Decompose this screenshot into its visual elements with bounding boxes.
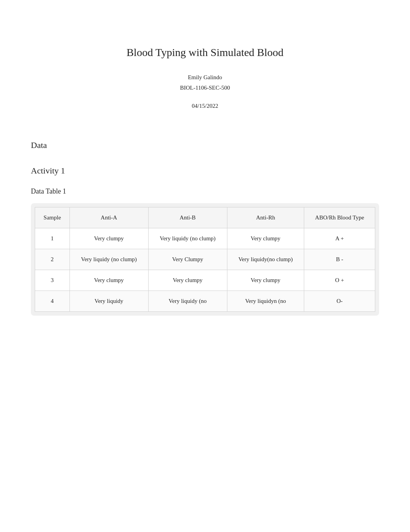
table-cell: A + bbox=[304, 228, 375, 249]
table-cell: Very liquidy (no clump) bbox=[148, 228, 227, 249]
table-cell: Very Clumpy bbox=[148, 249, 227, 270]
table-row: 2Very liquidy (no clump)Very ClumpyVery … bbox=[35, 249, 375, 270]
table-header: Sample Anti-A Anti-B Anti-Rh ABO/Rh Bloo… bbox=[35, 207, 375, 228]
data-table: Sample Anti-A Anti-B Anti-Rh ABO/Rh Bloo… bbox=[35, 207, 375, 312]
table-cell: Very clumpy bbox=[69, 270, 148, 291]
data-table-wrapper: Sample Anti-A Anti-B Anti-Rh ABO/Rh Bloo… bbox=[31, 203, 379, 316]
table-cell: O + bbox=[304, 270, 375, 291]
course-code: BIOL-1106-SEC-500 bbox=[31, 85, 379, 91]
header-row: Sample Anti-A Anti-B Anti-Rh ABO/Rh Bloo… bbox=[35, 207, 375, 228]
table-cell: Very clumpy bbox=[227, 228, 304, 249]
table-cell: 4 bbox=[35, 291, 70, 312]
activity-label: Activity 1 bbox=[31, 166, 379, 176]
table-row: 1Very clumpyVery liquidy (no clump)Very … bbox=[35, 228, 375, 249]
data-section-label: Data bbox=[31, 140, 379, 150]
table-label: Data Table 1 bbox=[31, 187, 379, 195]
table-row: 4Very liquidyVery liquidy (noVery liquid… bbox=[35, 291, 375, 312]
date: 04/15/2022 bbox=[31, 103, 379, 109]
table-cell: Very clumpy bbox=[148, 270, 227, 291]
table-row: 3Very clumpyVery clumpyVery clumpyO + bbox=[35, 270, 375, 291]
table-cell: B - bbox=[304, 249, 375, 270]
table-cell: 3 bbox=[35, 270, 70, 291]
table-cell: Very clumpy bbox=[69, 228, 148, 249]
col-sample: Sample bbox=[35, 207, 70, 228]
table-cell: O- bbox=[304, 291, 375, 312]
author-name: Emily Galindo bbox=[31, 74, 379, 81]
page-title: Blood Typing with Simulated Blood bbox=[31, 46, 379, 59]
table-cell: Very liquidy (no bbox=[148, 291, 227, 312]
col-anti-rh: Anti-Rh bbox=[227, 207, 304, 228]
col-anti-a: Anti-A bbox=[69, 207, 148, 228]
col-anti-b: Anti-B bbox=[148, 207, 227, 228]
col-blood-type: ABO/Rh Blood Type bbox=[304, 207, 375, 228]
table-cell: Very liquidyn (no bbox=[227, 291, 304, 312]
header-section: Blood Typing with Simulated Blood Emily … bbox=[31, 46, 379, 109]
table-cell: Very liquidy (no clump) bbox=[69, 249, 148, 270]
table-cell: Very liquidy(no clump) bbox=[227, 249, 304, 270]
table-cell: Very liquidy bbox=[69, 291, 148, 312]
table-cell: Very clumpy bbox=[227, 270, 304, 291]
table-cell: 1 bbox=[35, 228, 70, 249]
table-cell: 2 bbox=[35, 249, 70, 270]
table-body: 1Very clumpyVery liquidy (no clump)Very … bbox=[35, 228, 375, 312]
